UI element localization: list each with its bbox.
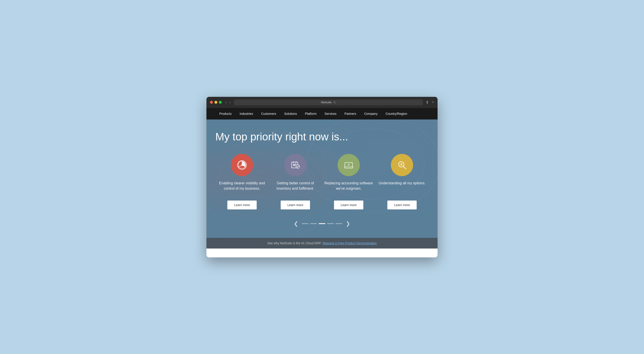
carousel-dot-3[interactable]	[319, 223, 325, 224]
pie-chart-dollar-icon: $	[236, 159, 248, 171]
carousel-prev-arrow[interactable]: ❮	[294, 221, 298, 227]
white-footer	[206, 249, 438, 257]
carousel-dot-4[interactable]	[327, 223, 334, 224]
bottom-banner-text: See why NetSuite is the #1 Cloud ERP:	[267, 241, 323, 245]
nav-item-customers[interactable]: Customers	[257, 108, 280, 119]
inventory-check-icon	[290, 159, 301, 171]
hero-title: My top priority right now is...	[215, 131, 429, 143]
carousel-dot-1[interactable]	[302, 223, 308, 224]
nav-item-industries[interactable]: Industries	[236, 108, 257, 119]
nav-arrows: ‹ ›	[224, 100, 231, 105]
card-text-options: Understanding all my options.	[379, 181, 426, 196]
svg-rect-4	[293, 165, 296, 166]
svg-rect-3	[293, 164, 296, 165]
traffic-light-maximize[interactable]	[219, 101, 222, 104]
card-text-visibility: Enabling clearer visibility and control …	[218, 181, 266, 196]
nav-item-platform[interactable]: Platform	[301, 108, 320, 119]
learn-more-button-accounting[interactable]: Learn more	[334, 201, 363, 209]
card-accounting: $ Replacing accounting software we've ou…	[324, 154, 373, 209]
search-magnify-icon: $	[396, 159, 408, 171]
carousel-dot-5[interactable]	[336, 223, 342, 224]
browser-window: ‹ › Netsuite ↻ ⬆ + Products Industries C…	[206, 97, 438, 257]
card-text-inventory: Getting better control of inventory and …	[271, 181, 320, 196]
cards-row: $ Enabling clearer visibility and contro…	[215, 154, 429, 209]
forward-arrow[interactable]: ›	[228, 100, 231, 105]
card-icon-visibility: $	[231, 154, 253, 176]
card-options: $ Understanding all my options. Learn mo…	[378, 154, 426, 209]
back-arrow[interactable]: ‹	[224, 100, 227, 105]
learn-more-button-inventory[interactable]: Learn more	[281, 201, 310, 209]
site-nav: Products Industries Customers Solutions …	[206, 108, 438, 119]
new-tab-icon[interactable]: +	[432, 100, 434, 105]
bottom-banner: See why NetSuite is the #1 Cloud ERP: Re…	[206, 238, 438, 249]
carousel-dots	[302, 223, 342, 224]
address-bar[interactable]: Netsuite ↻	[234, 99, 423, 105]
card-inventory: Getting better control of inventory and …	[271, 154, 320, 209]
learn-more-button-visibility[interactable]: Learn more	[227, 201, 257, 209]
nav-item-country-region[interactable]: Country/Region	[382, 108, 411, 119]
share-icon[interactable]: ⬆	[426, 100, 429, 105]
nav-item-partners[interactable]: Partners	[340, 108, 360, 119]
browser-chrome: ‹ › Netsuite ↻ ⬆ +	[206, 97, 438, 108]
svg-text:$: $	[348, 163, 349, 166]
hero-section: My top priority right now is... $ Enabli…	[206, 119, 438, 238]
card-visibility: $ Enabling clearer visibility and contro…	[218, 154, 266, 209]
carousel-dot-2[interactable]	[310, 223, 317, 224]
card-icon-options: $	[391, 154, 413, 176]
nav-item-products[interactable]: Products	[215, 108, 236, 119]
svg-text:$: $	[241, 164, 243, 167]
url-text: Netsuite	[321, 101, 332, 104]
traffic-light-close[interactable]	[210, 101, 213, 104]
reload-icon[interactable]: ↻	[333, 101, 336, 104]
nav-item-services[interactable]: Services	[320, 108, 340, 119]
svg-line-9	[403, 166, 406, 169]
traffic-lights	[210, 101, 222, 104]
card-icon-accounting: $	[338, 154, 360, 176]
demo-link[interactable]: Request a Free Product Demonstration	[323, 241, 377, 245]
browser-actions: ⬆ +	[426, 100, 434, 105]
nav-item-company[interactable]: Company	[360, 108, 382, 119]
carousel-nav: ❮ ❯	[215, 218, 429, 231]
svg-point-5	[296, 165, 300, 168]
card-text-accounting: Replacing accounting software we've outg…	[324, 181, 373, 196]
laptop-dollar-icon: $	[343, 159, 354, 171]
traffic-light-minimize[interactable]	[214, 101, 217, 104]
nav-item-solutions[interactable]: Solutions	[280, 108, 301, 119]
learn-more-button-options[interactable]: Learn more	[387, 201, 417, 209]
carousel-next-arrow[interactable]: ❯	[346, 221, 350, 227]
card-icon-inventory	[284, 154, 306, 176]
